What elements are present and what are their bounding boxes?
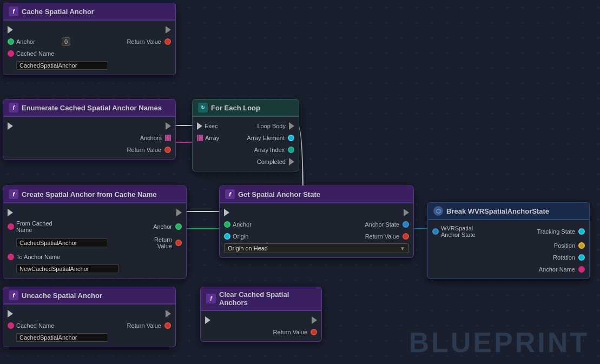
wvr-label: WVRSpatial Anchor State xyxy=(441,225,486,238)
node-header: f Create Spatial Anchor from Cache Name xyxy=(3,186,187,203)
node-body: Anchor Anchor State Origin Return Value … xyxy=(219,203,414,258)
return-row: Return Value xyxy=(201,326,321,338)
array-index-row: Array Index xyxy=(193,144,299,156)
exec-out-pin[interactable] xyxy=(176,209,182,216)
exec-in-pin[interactable] xyxy=(8,122,13,130)
cached-name-input[interactable] xyxy=(16,333,108,342)
loop-icon: ↻ xyxy=(198,103,208,112)
exec-in-pin[interactable] xyxy=(205,316,210,324)
cached-name-pin[interactable] xyxy=(8,50,14,57)
exec-out-pin[interactable] xyxy=(404,209,409,216)
anchor-name-pin[interactable] xyxy=(578,266,585,273)
clear-cached-node: f Clear Cached Spatial Anchors Return Va… xyxy=(200,287,322,342)
exec-out-pin[interactable] xyxy=(312,316,317,324)
array-element-label: Array Element xyxy=(245,135,285,141)
position-pin[interactable] xyxy=(578,242,585,249)
array-index-label: Array Index xyxy=(241,147,285,153)
from-cached-input[interactable] xyxy=(16,239,108,247)
to-anchor-input[interactable] xyxy=(16,264,119,273)
exec-in-pin[interactable] xyxy=(8,310,13,317)
for-each-loop-node: ↻ For Each Loop Exec Loop Body Array Arr… xyxy=(192,99,299,171)
rotation-pin[interactable] xyxy=(578,254,585,261)
anchor-in-pin[interactable] xyxy=(224,221,230,228)
exec-in-pin[interactable] xyxy=(8,26,13,34)
cached-name-label: Cached Name xyxy=(16,322,64,329)
node-body: Anchors Return Value xyxy=(3,116,176,160)
node-header: f Uncache Spatial Anchor xyxy=(3,287,176,304)
fn-icon: f xyxy=(9,103,18,112)
node-header: f Enumerate Cached Spatial Anchor Names xyxy=(3,99,176,116)
exec-row xyxy=(3,24,175,36)
array-row: Array Array Element xyxy=(193,132,299,144)
return-pin[interactable] xyxy=(164,147,171,153)
loop-body-pin[interactable] xyxy=(289,122,294,130)
node-title: Get Spatial Anchor State xyxy=(238,190,320,198)
cached-name-input-row xyxy=(3,59,175,71)
node-title: Cache Spatial Anchor xyxy=(22,8,94,16)
origin-pin[interactable] xyxy=(224,233,230,240)
fn-icon: f xyxy=(9,6,18,16)
anchor-state-pin[interactable] xyxy=(403,221,409,228)
exec-out-pin[interactable] xyxy=(166,26,171,34)
node-header: f Get Spatial Anchor State xyxy=(219,186,414,203)
exec-in-pin[interactable] xyxy=(8,209,13,216)
array-in-pin[interactable] xyxy=(197,135,203,141)
anchor-label: Anchor xyxy=(16,38,62,45)
return-label: Return Value xyxy=(256,329,308,335)
fn-icon: f xyxy=(9,189,18,199)
anchor-row: Anchor Anchor State xyxy=(220,219,413,230)
tracking-state-pin[interactable] xyxy=(578,228,585,235)
cached-name-label: Cached Name xyxy=(16,50,171,57)
anchors-label: Anchors xyxy=(85,135,162,141)
exec-out-pin[interactable] xyxy=(166,122,171,130)
anchor-name-label: Anchor Name xyxy=(504,266,575,273)
to-anchor-pin[interactable] xyxy=(8,254,14,260)
from-cached-pin[interactable] xyxy=(8,223,14,230)
return-label: Return Value xyxy=(113,322,161,329)
fn-icon: f xyxy=(206,294,216,303)
cache-spatial-anchor-node: f Cache Spatial Anchor Anchor 0 Return V… xyxy=(3,3,176,75)
loop-body-label: Loop Body xyxy=(245,123,286,129)
fn-icon: f xyxy=(225,189,235,199)
node-title: Enumerate Cached Spatial Anchor Names xyxy=(22,104,162,112)
rotation-row: Rotation xyxy=(428,252,589,263)
return-value-label: Return Value xyxy=(116,38,161,45)
from-cached-label: From Cached Name xyxy=(16,220,68,233)
return-pin[interactable] xyxy=(164,322,171,329)
exec-row xyxy=(3,207,186,219)
node-header: ↻ For Each Loop xyxy=(192,99,299,116)
position-label: Position xyxy=(504,242,575,249)
exec-label: Exec xyxy=(205,123,245,129)
node-title: For Each Loop xyxy=(211,104,260,112)
anchor-state-label: Anchor State xyxy=(344,221,399,228)
return-pin[interactable] xyxy=(175,240,182,246)
anchor-out-pin[interactable] xyxy=(175,223,182,230)
anchors-pin-group[interactable] xyxy=(165,135,171,141)
completed-pin[interactable] xyxy=(289,158,294,166)
array-index-pin[interactable] xyxy=(288,147,294,153)
wvr-in-pin[interactable] xyxy=(432,228,439,235)
return-label: Return Value xyxy=(344,233,399,240)
break-icon: ⬡ xyxy=(433,206,443,216)
cached-name-input[interactable] xyxy=(16,61,108,70)
anchor-name-row: Anchor Name xyxy=(428,263,589,275)
node-title: Uncache Spatial Anchor xyxy=(22,292,102,300)
node-body: Exec Loop Body Array Array Element Array… xyxy=(192,116,299,171)
return-value-pin[interactable] xyxy=(164,38,171,45)
exec-out-pin[interactable] xyxy=(166,310,171,317)
origin-dropdown[interactable]: Origin on Head ▼ xyxy=(224,243,409,253)
cached-name-pin[interactable] xyxy=(8,322,14,329)
exec-in-pin[interactable] xyxy=(224,209,229,216)
anchor-pin[interactable] xyxy=(8,38,14,45)
exec-row: Exec Loop Body xyxy=(193,120,299,132)
create-spatial-anchor-node: f Create Spatial Anchor from Cache Name … xyxy=(3,186,187,279)
return-pin[interactable] xyxy=(311,329,317,335)
return-pin[interactable] xyxy=(403,233,409,240)
dropdown-arrow-icon: ▼ xyxy=(400,246,405,252)
array-element-pin[interactable] xyxy=(288,135,294,141)
exec-row xyxy=(3,120,175,132)
break-wvr-node: ⬡ Break WVRSpatialAnchorState WVRSpatial… xyxy=(427,202,590,279)
exec-row xyxy=(220,207,413,219)
to-anchor-label: To Anchor Name xyxy=(16,254,182,260)
exec-in-pin[interactable] xyxy=(197,122,202,130)
